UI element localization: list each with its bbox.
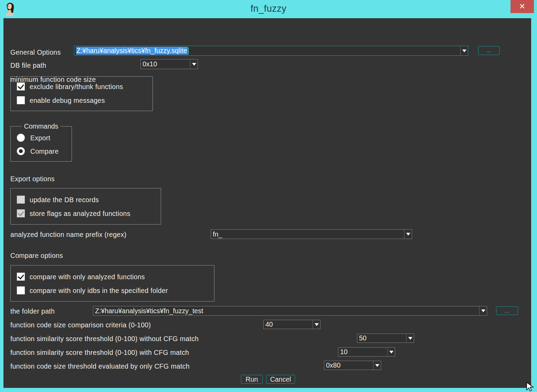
mouse-cursor (526, 382, 536, 392)
update-db-records-checkbox[interactable] (17, 196, 25, 204)
size-threshold-cfg-combobox[interactable]: 0x80 (324, 361, 381, 370)
general-checkbox-group: exclude library/thunk functions enable d… (10, 76, 153, 111)
min-code-size-combobox[interactable]: 0x10 (140, 59, 198, 69)
db-file-path-label: DB file path (10, 62, 46, 69)
folder-browse-button[interactable]: ... (496, 306, 518, 315)
compare-idbs-label: compare with only idbs in the specified … (30, 287, 168, 295)
sim-without-cfg-value: 50 (357, 334, 406, 342)
dropdown-arrow-icon[interactable] (373, 361, 381, 370)
dropdown-arrow-icon[interactable] (313, 320, 320, 329)
general-options-heading: General Options (10, 48, 61, 56)
db-file-path-combobox[interactable]: Z:¥haru¥analysis¥tics¥fn_fuzzy.sqlite (74, 46, 468, 56)
size-threshold-cfg-value: 0x80 (324, 361, 373, 369)
folder-path-combobox[interactable]: Z:¥haru¥analysis¥tics¥fn_fuzzy_test (93, 306, 487, 316)
dropdown-arrow-icon[interactable] (190, 59, 198, 69)
sim-without-cfg-label: function similarity score threshold (0-1… (10, 335, 199, 343)
export-radio[interactable] (17, 134, 25, 142)
prefix-combobox[interactable]: fn_ (211, 229, 412, 239)
export-options-group: update the DB records store flags as ana… (10, 188, 161, 225)
title-bar: fn_fuzzy ✕ (0, 0, 537, 18)
db-file-path-value: Z:¥haru¥analysis¥tics¥fn_fuzzy.sqlite (74, 47, 460, 55)
dropdown-arrow-icon[interactable] (404, 230, 412, 239)
export-options-heading: Export options (10, 175, 55, 183)
db-path-browse-button[interactable]: ... (478, 46, 500, 55)
compare-analyzed-label: compare with only analyzed functions (30, 273, 145, 281)
sim-with-cfg-combobox[interactable]: 10 (338, 347, 395, 357)
prefix-label: analyzed function name prefix (regex) (10, 231, 126, 239)
folder-path-label: the folder path (10, 307, 55, 315)
size-threshold-cfg-label: function code size threshold evaluated b… (10, 362, 190, 370)
compare-radio-label: Compare (30, 148, 59, 155)
dropdown-arrow-icon[interactable] (406, 334, 414, 342)
commands-legend: Commands (22, 122, 61, 130)
dropdown-arrow-icon[interactable] (460, 46, 468, 55)
compare-options-heading: Compare options (10, 252, 63, 260)
enable-debug-checkbox[interactable] (17, 96, 25, 104)
compare-radio[interactable] (17, 147, 25, 155)
sim-with-cfg-label: function similarity score threshold (0-1… (10, 349, 189, 357)
dropdown-arrow-icon[interactable] (387, 348, 395, 356)
update-db-records-label: update the DB records (30, 196, 99, 204)
exclude-library-checkbox[interactable] (17, 83, 25, 90)
fn-fuzzy-dialog: General Options DB file path Z:¥haru¥ana… (3, 18, 531, 388)
min-code-size-value: 0x10 (141, 60, 190, 68)
folder-path-value: Z:¥haru¥analysis¥tics¥fn_fuzzy_test (93, 307, 479, 315)
enable-debug-label: enable debug messages (30, 97, 105, 105)
criteria-value: 40 (264, 320, 313, 328)
text-caret (188, 47, 189, 55)
sim-with-cfg-value: 10 (338, 348, 387, 356)
cancel-button[interactable]: Cancel (266, 375, 295, 384)
commands-group: Commands Export Compare (10, 126, 72, 162)
compare-analyzed-checkbox[interactable] (17, 273, 25, 281)
criteria-label: function code size comparison criteria (… (10, 321, 151, 329)
store-flags-label: store flags as analyzed functions (30, 210, 130, 218)
export-radio-label: Export (30, 134, 50, 142)
run-button[interactable]: Run (241, 375, 263, 384)
store-flags-checkbox[interactable] (17, 209, 25, 217)
close-button[interactable]: ✕ (510, 0, 534, 13)
exclude-library-label: exclude library/thunk functions (30, 83, 123, 91)
prefix-value: fn_ (211, 230, 404, 238)
compare-options-group: compare with only analyzed functions com… (10, 265, 214, 302)
criteria-combobox[interactable]: 40 (263, 320, 320, 329)
compare-idbs-checkbox[interactable] (17, 286, 25, 294)
sim-without-cfg-combobox[interactable]: 50 (357, 334, 414, 343)
dropdown-arrow-icon[interactable] (479, 306, 487, 315)
window-title: fn_fuzzy (0, 3, 537, 14)
